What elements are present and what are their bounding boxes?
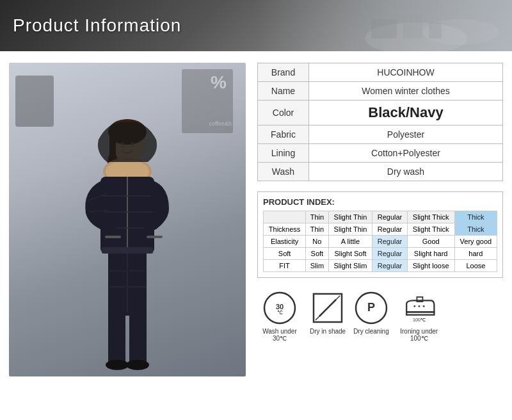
main-content: % coffee&b <box>0 51 512 383</box>
index-row-thickness: Thickness Thin Slight Thin Regular Sligh… <box>264 223 497 236</box>
index-val: Slight hard <box>407 248 454 260</box>
label-wash: Wash <box>258 163 309 181</box>
product-image: % coffee&b <box>9 63 246 376</box>
index-val: Thin <box>306 223 328 236</box>
svg-point-45 <box>418 305 420 307</box>
label-name: Name <box>258 82 309 101</box>
care-label-dry-clean: Dry cleaning <box>353 328 389 335</box>
svg-rect-31 <box>108 312 125 364</box>
index-val: Slight loose <box>407 260 454 272</box>
index-label: Elasticity <box>264 236 306 248</box>
index-val: Soft <box>306 248 328 260</box>
iron-100-icon: 100℃ <box>402 291 436 325</box>
page-title: Product Information <box>13 15 181 36</box>
index-val: No <box>306 236 328 248</box>
index-th-slight-thick: Slight Thick <box>407 211 454 223</box>
index-val: Regular <box>372 223 407 236</box>
svg-rect-2 <box>371 19 397 38</box>
svg-text:P: P <box>367 301 375 314</box>
svg-rect-28 <box>102 247 153 254</box>
svg-rect-4 <box>429 22 442 38</box>
value-lining: Cotton+Polyester <box>309 144 503 163</box>
table-row: Color Black/Navy <box>258 101 503 125</box>
index-header-row: Thin Slight Thin Regular Slight Thick Th… <box>264 211 497 223</box>
index-val: Slight Thin <box>328 223 372 236</box>
index-th-thick: Thick <box>454 211 497 223</box>
table-row: Wash Dry wash <box>258 163 503 181</box>
value-wash: Dry wash <box>309 163 503 181</box>
table-row: Brand HUCOINHOW <box>258 63 503 82</box>
svg-rect-3 <box>403 16 422 38</box>
care-item-dry-shade: Dry in shade <box>310 291 346 335</box>
index-th-label <box>264 211 306 223</box>
wash-30-icon: 30 ℃ <box>262 291 297 325</box>
index-val: A little <box>328 236 372 248</box>
svg-rect-43 <box>406 312 434 315</box>
care-label-dry-shade: Dry in shade <box>310 328 346 335</box>
table-row: Name Women winter clothes <box>258 82 503 101</box>
dry-shade-icon <box>310 291 345 325</box>
value-fabric: Polyester <box>309 125 503 144</box>
index-label: Thickness <box>264 223 306 236</box>
index-label: FIT <box>264 260 306 272</box>
index-row-fit: FIT Slim Slight Slim Regular Slight loos… <box>264 260 497 272</box>
index-val: Slim <box>306 260 328 272</box>
index-val: Good <box>407 236 454 248</box>
dry-clean-icon: P <box>354 291 388 325</box>
care-item-dry-clean: P Dry cleaning <box>353 291 389 335</box>
label-brand: Brand <box>258 63 309 82</box>
index-val: Loose <box>454 260 497 272</box>
value-brand: HUCOINHOW <box>309 63 503 82</box>
label-fabric: Fabric <box>258 125 309 144</box>
label-color: Color <box>258 101 309 125</box>
index-val: Very good <box>454 236 497 248</box>
index-th-thin: Thin <box>306 211 328 223</box>
index-row-elasticity: Elasticity No A little Regular Good Very… <box>264 236 497 248</box>
label-lining: Lining <box>258 144 309 163</box>
care-item-wash: 30 ℃ Wash under 30℃ <box>257 291 302 342</box>
care-item-iron: 100℃ Ironing under 100℃ <box>397 291 442 342</box>
care-label-wash: Wash under 30℃ <box>257 328 302 342</box>
index-val: Slight Slim <box>328 260 372 272</box>
index-val: Slight Soft <box>328 248 372 260</box>
index-th-regular: Regular <box>372 211 407 223</box>
index-title: PRODUCT INDEX: <box>263 197 497 207</box>
svg-line-40 <box>316 296 340 320</box>
index-th-slight-thin: Slight Thin <box>328 211 372 223</box>
value-color: Black/Navy <box>309 101 503 125</box>
header-banner: Product Information <box>0 0 512 51</box>
svg-point-44 <box>413 305 415 307</box>
table-row: Lining Cotton+Polyester <box>258 144 503 163</box>
svg-text:℃: ℃ <box>277 310 283 316</box>
index-val: Slight Thick <box>407 223 454 236</box>
index-val-highlight: Regular <box>372 260 407 272</box>
svg-rect-32 <box>129 312 147 364</box>
care-section: 30 ℃ Wash under 30℃ Dry in shade P <box>257 291 503 342</box>
index-row-soft: Soft Soft Slight Soft Regular Slight har… <box>264 248 497 260</box>
svg-point-46 <box>423 305 425 307</box>
info-table: Brand HUCOINHOW Name Women winter clothe… <box>257 63 503 181</box>
index-label: Soft <box>264 248 306 260</box>
svg-rect-19 <box>147 236 163 238</box>
value-name: Women winter clothes <box>309 82 503 101</box>
svg-point-33 <box>106 360 129 370</box>
svg-rect-18 <box>105 236 121 238</box>
care-label-iron: Ironing under 100℃ <box>397 328 442 342</box>
index-val: hard <box>454 248 497 260</box>
right-panel: Brand HUCOINHOW Name Women winter clothe… <box>257 63 503 376</box>
product-index-section: PRODUCT INDEX: Thin Slight Thin Regular … <box>257 191 503 278</box>
table-row: Fabric Polyester <box>258 125 503 144</box>
index-val-highlight: Regular <box>372 236 407 248</box>
index-table: Thin Slight Thin Regular Slight Thick Th… <box>263 211 497 272</box>
svg-text:100℃: 100℃ <box>413 317 426 323</box>
svg-point-34 <box>126 360 149 370</box>
index-val-highlight: Thick <box>454 223 497 236</box>
index-val-highlight: Regular <box>372 248 407 260</box>
